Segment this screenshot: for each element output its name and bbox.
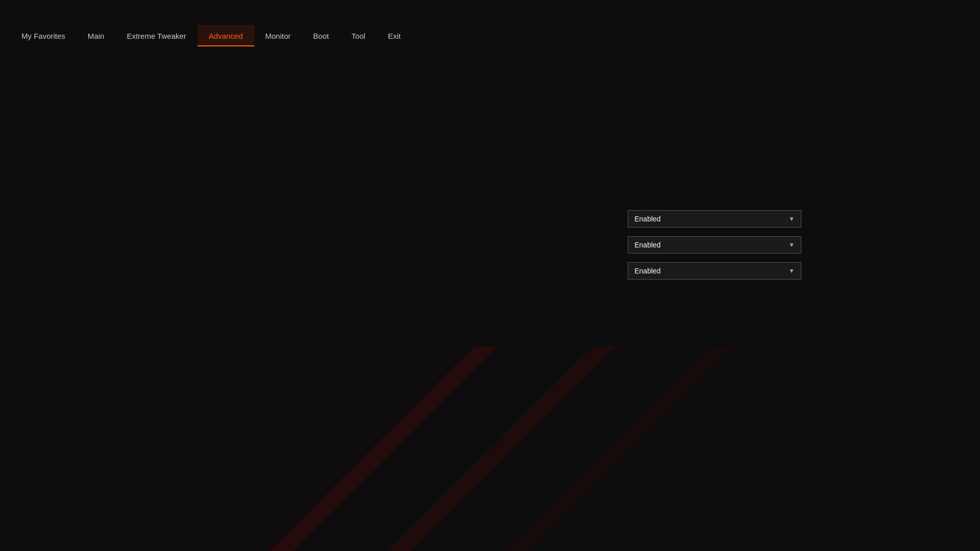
pss-support-dropdown[interactable]: Enabled ▼	[628, 210, 801, 228]
nav-exit[interactable]: Exit	[377, 25, 412, 46]
chevron-down-icon: ▼	[789, 215, 795, 222]
svm-mode-dropdown[interactable]: Enabled ▼	[628, 262, 801, 280]
nav-main[interactable]: Main	[77, 25, 116, 46]
nav-extreme-tweaker[interactable]: Extreme Tweaker	[115, 25, 197, 46]
chevron-down-icon-2: ▼	[789, 241, 795, 248]
chevron-down-icon-3: ▼	[789, 267, 795, 274]
pss-support-value: Enabled	[634, 215, 660, 223]
svm-mode-value: Enabled	[634, 267, 660, 275]
nx-mode-value: Enabled	[634, 241, 660, 249]
nav-monitor[interactable]: Monitor	[254, 25, 302, 46]
nav-advanced[interactable]: Advanced	[198, 25, 254, 46]
nav-boot[interactable]: Boot	[302, 25, 340, 46]
nx-mode-dropdown[interactable]: Enabled ▼	[628, 236, 801, 254]
nav-my-favorites[interactable]: My Favorites	[10, 25, 77, 46]
nav-tool[interactable]: Tool	[340, 25, 377, 46]
